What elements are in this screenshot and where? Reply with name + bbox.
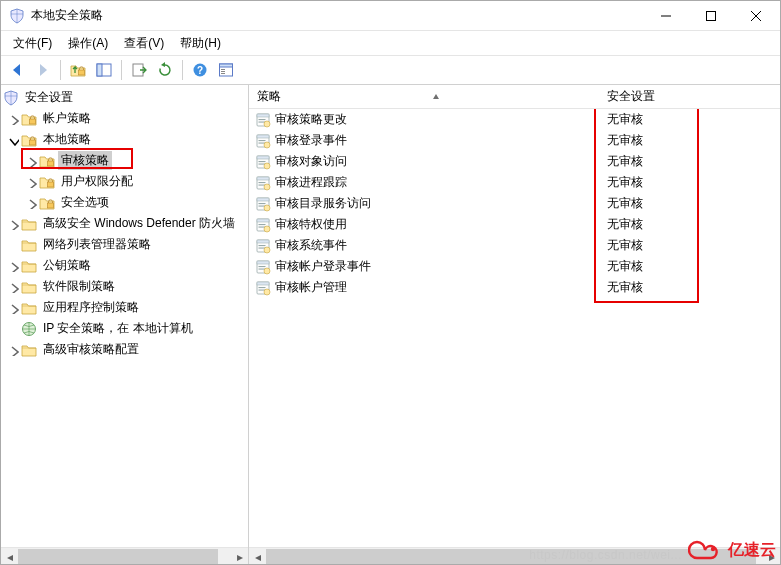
list-cell-policy: 审核系统事件 bbox=[275, 237, 347, 254]
column-header-policy[interactable]: 策略 bbox=[249, 88, 599, 105]
expander-icon[interactable] bbox=[23, 174, 39, 190]
back-button[interactable] bbox=[5, 58, 29, 82]
tree-item-public-key[interactable]: 公钥策略 bbox=[1, 255, 248, 276]
scroll-right-icon[interactable]: ▸ bbox=[231, 548, 248, 565]
list-cell-policy: 审核特权使用 bbox=[275, 216, 347, 233]
expander-icon[interactable] bbox=[5, 300, 21, 316]
expander-icon[interactable] bbox=[5, 111, 21, 127]
list-cell-setting: 无审核 bbox=[607, 112, 643, 126]
tree-item-local-policies[interactable]: 本地策略 bbox=[1, 129, 248, 150]
policy-icon bbox=[255, 280, 271, 296]
watermark-area: https://blog.csdn.net/wei... 亿速云 bbox=[529, 538, 776, 562]
list-row[interactable]: 审核特权使用 无审核 bbox=[249, 214, 780, 235]
list-cell-policy: 审核策略更改 bbox=[275, 111, 347, 128]
tree-item-account-policies[interactable]: 帐户策略 bbox=[1, 108, 248, 129]
list-header: 策略 安全设置 bbox=[249, 85, 780, 109]
toolbar: ? bbox=[1, 55, 780, 85]
folder-icon bbox=[39, 174, 55, 190]
list-cell-policy: 审核帐户管理 bbox=[275, 279, 347, 296]
scroll-left-icon[interactable]: ◂ bbox=[1, 548, 18, 565]
folder-icon bbox=[21, 237, 37, 253]
expander-icon[interactable] bbox=[5, 279, 21, 295]
list-row[interactable]: 审核策略更改 无审核 bbox=[249, 109, 780, 130]
sort-ascending-icon bbox=[281, 93, 591, 101]
tree-item-label: IP 安全策略，在 本地计算机 bbox=[40, 319, 196, 338]
expander-icon[interactable] bbox=[23, 153, 39, 169]
export-button[interactable] bbox=[127, 58, 151, 82]
help-button[interactable]: ? bbox=[188, 58, 212, 82]
toolbar-separator bbox=[60, 60, 61, 80]
tree-view[interactable]: 安全设置 帐户策略 本地策略 bbox=[1, 85, 248, 547]
tree-item-ipsec[interactable]: IP 安全策略，在 本地计算机 bbox=[1, 318, 248, 339]
properties-button[interactable] bbox=[214, 58, 238, 82]
policy-icon bbox=[255, 112, 271, 128]
tree-pane: 安全设置 帐户策略 本地策略 bbox=[1, 85, 249, 564]
column-header-setting[interactable]: 安全设置 bbox=[599, 88, 780, 105]
folder-icon bbox=[21, 111, 37, 127]
close-button[interactable] bbox=[733, 1, 778, 30]
svg-rect-9 bbox=[97, 64, 102, 76]
list-row[interactable]: 审核目录服务访问 无审核 bbox=[249, 193, 780, 214]
tree-root-label: 安全设置 bbox=[22, 88, 76, 107]
tree-root[interactable]: 安全设置 bbox=[1, 87, 248, 108]
window-frame: 本地安全策略 文件(F) 操作(A) 查看(V) 帮助(H) bbox=[0, 0, 781, 565]
scroll-left-icon[interactable]: ◂ bbox=[249, 548, 266, 565]
list-row[interactable]: 审核帐户登录事件 无审核 bbox=[249, 256, 780, 277]
refresh-button[interactable] bbox=[153, 58, 177, 82]
forward-button[interactable] bbox=[31, 58, 55, 82]
tree-item-defender-firewall[interactable]: 高级安全 Windows Defender 防火墙 bbox=[1, 213, 248, 234]
globe-icon bbox=[21, 321, 37, 337]
scrollbar-thumb[interactable] bbox=[18, 549, 218, 564]
expander-icon[interactable] bbox=[5, 342, 21, 358]
tree-item-software-restriction[interactable]: 软件限制策略 bbox=[1, 276, 248, 297]
tree-item-app-control[interactable]: 应用程序控制策略 bbox=[1, 297, 248, 318]
minimize-button[interactable] bbox=[643, 1, 688, 30]
tree-item-label: 安全选项 bbox=[58, 193, 112, 212]
list-row[interactable]: 审核对象访问 无审核 bbox=[249, 151, 780, 172]
folder-icon bbox=[21, 132, 37, 148]
tree-item-label: 软件限制策略 bbox=[40, 277, 118, 296]
list-cell-setting: 无审核 bbox=[607, 217, 643, 231]
brand-logo-icon bbox=[688, 538, 724, 562]
folder-icon bbox=[21, 279, 37, 295]
list-row[interactable]: 审核进程跟踪 无审核 bbox=[249, 172, 780, 193]
tree-item-adv-audit[interactable]: 高级审核策略配置 bbox=[1, 339, 248, 360]
menu-action[interactable]: 操作(A) bbox=[62, 33, 114, 54]
menu-help[interactable]: 帮助(H) bbox=[174, 33, 227, 54]
menubar: 文件(F) 操作(A) 查看(V) 帮助(H) bbox=[1, 31, 780, 55]
folder-icon bbox=[21, 342, 37, 358]
expander-icon[interactable] bbox=[5, 216, 21, 232]
svg-rect-14 bbox=[220, 64, 233, 67]
tree-item-network-list[interactable]: 网络列表管理器策略 bbox=[1, 234, 248, 255]
folder-icon bbox=[39, 195, 55, 211]
folder-icon bbox=[21, 216, 37, 232]
menu-view[interactable]: 查看(V) bbox=[118, 33, 170, 54]
svg-point-18 bbox=[711, 547, 715, 551]
list-cell-setting: 无审核 bbox=[607, 154, 643, 168]
expander-down-icon[interactable] bbox=[5, 132, 21, 148]
folder-icon bbox=[21, 300, 37, 316]
menu-file[interactable]: 文件(F) bbox=[7, 33, 58, 54]
tree-item-security-options[interactable]: 安全选项 bbox=[1, 192, 248, 213]
tree-item-user-rights[interactable]: 用户权限分配 bbox=[1, 171, 248, 192]
folder-icon bbox=[39, 153, 55, 169]
list-cell-setting: 无审核 bbox=[607, 259, 643, 273]
up-button[interactable] bbox=[66, 58, 90, 82]
svg-text:?: ? bbox=[197, 65, 203, 76]
expander-icon[interactable] bbox=[23, 195, 39, 211]
show-hide-tree-button[interactable] bbox=[92, 58, 116, 82]
list-cell-setting: 无审核 bbox=[607, 280, 643, 294]
list-row[interactable]: 审核系统事件 无审核 bbox=[249, 235, 780, 256]
list-cell-policy: 审核对象访问 bbox=[275, 153, 347, 170]
tree-horizontal-scrollbar[interactable]: ◂ ▸ bbox=[1, 547, 248, 564]
policy-icon bbox=[255, 175, 271, 191]
tree-item-audit-policy[interactable]: 审核策略 bbox=[1, 150, 248, 171]
policy-icon bbox=[255, 259, 271, 275]
expander-icon[interactable] bbox=[5, 258, 21, 274]
list-row[interactable]: 审核帐户管理 无审核 bbox=[249, 277, 780, 298]
maximize-button[interactable] bbox=[688, 1, 733, 30]
list-body[interactable]: 审核策略更改 无审核 审核登录事件 无审核 审核对象访问 无审核 审核进程跟踪 … bbox=[249, 109, 780, 547]
list-cell-setting: 无审核 bbox=[607, 175, 643, 189]
list-row[interactable]: 审核登录事件 无审核 bbox=[249, 130, 780, 151]
svg-rect-17 bbox=[221, 73, 225, 74]
